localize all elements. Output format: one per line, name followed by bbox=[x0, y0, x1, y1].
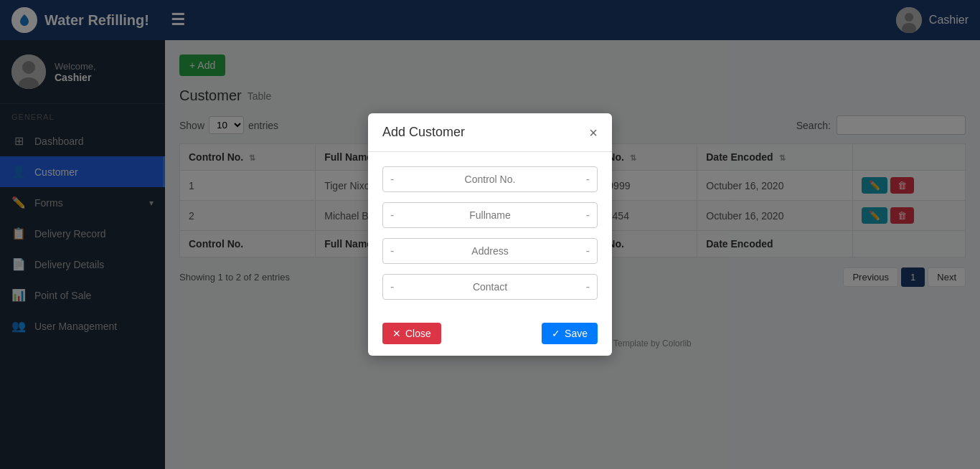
contact-input[interactable] bbox=[401, 275, 578, 298]
fullname-field: - - bbox=[382, 202, 598, 228]
dash-right: - bbox=[579, 203, 597, 227]
dash-right: - bbox=[579, 167, 597, 191]
modal-close-button[interactable]: × bbox=[589, 125, 598, 140]
modal-backdrop: Add Customer × - - - - - - - - bbox=[0, 0, 980, 469]
dash-right: - bbox=[579, 275, 597, 299]
modal-save-btn[interactable]: ✓Save bbox=[542, 323, 598, 344]
add-customer-modal: Add Customer × - - - - - - - - bbox=[368, 113, 612, 356]
dash-left: - bbox=[383, 167, 401, 191]
address-field: - - bbox=[382, 238, 598, 264]
modal-header: Add Customer × bbox=[368, 113, 612, 152]
check-icon: ✓ bbox=[552, 328, 560, 339]
fullname-input[interactable] bbox=[401, 204, 578, 227]
contact-field: - - bbox=[382, 274, 598, 300]
modal-title: Add Customer bbox=[382, 125, 465, 140]
modal-body: - - - - - - - - bbox=[368, 152, 612, 314]
modal-footer: ✕Close ✓Save bbox=[368, 314, 612, 356]
dash-left: - bbox=[383, 239, 401, 263]
control-no-field: - - bbox=[382, 166, 598, 192]
dash-left: - bbox=[383, 275, 401, 299]
address-input[interactable] bbox=[401, 240, 578, 262]
close-x-icon: ✕ bbox=[392, 328, 401, 339]
dash-right: - bbox=[579, 239, 597, 263]
dash-left: - bbox=[383, 203, 401, 227]
modal-close-btn[interactable]: ✕Close bbox=[382, 323, 441, 344]
control-no-input[interactable] bbox=[401, 168, 578, 191]
